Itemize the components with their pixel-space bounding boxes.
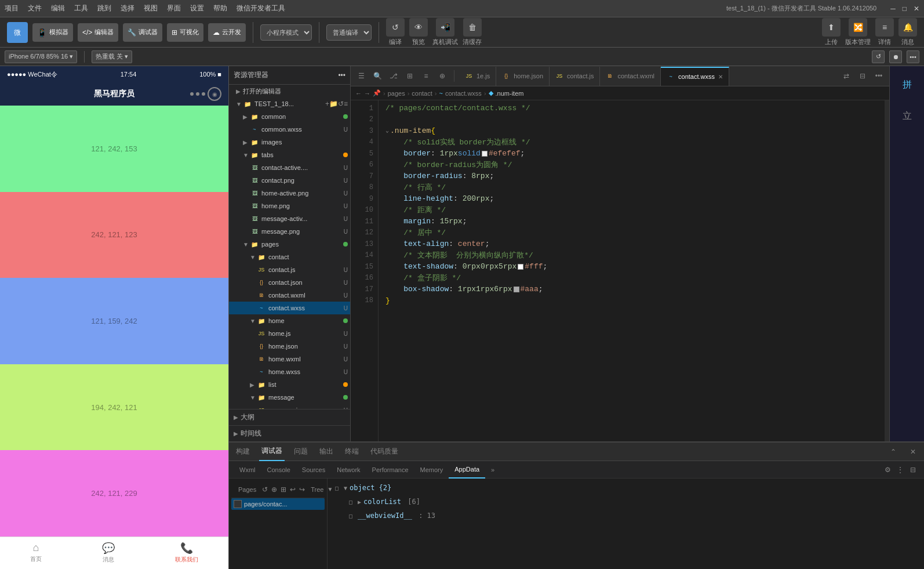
console-tab[interactable]: Console — [261, 461, 296, 479]
tab-close-btn[interactable]: ✕ — [718, 74, 723, 80]
devtools-layout-btn[interactable]: ⊟ — [907, 463, 919, 476]
project-add-btn[interactable]: + — [325, 100, 329, 108]
file-contact-json[interactable]: {} contact.json U — [229, 276, 350, 289]
refresh-btn[interactable]: ↺ — [386, 18, 405, 37]
root-toggle[interactable]: □ — [332, 483, 341, 492]
cloud-btn[interactable]: ☁ 云开发 — [208, 23, 246, 42]
more-tabs-btn[interactable]: » — [485, 461, 500, 479]
et-sync-icon[interactable]: ⇄ — [839, 69, 853, 83]
menu-item-project[interactable]: 项目 — [5, 3, 19, 13]
pages-undo-btn[interactable]: ↩ — [290, 483, 296, 496]
message-btn[interactable]: 🔔 — [898, 18, 917, 37]
code-quality-tab[interactable]: 代码质量 — [368, 443, 401, 461]
menu-item-tools[interactable]: 工具 — [74, 3, 88, 13]
tree-root[interactable]: □ ▼ object {2} — [332, 481, 919, 495]
file-message-active-png[interactable]: 🖼 message-activ... U — [229, 212, 350, 225]
debug-btn[interactable]: 🔧 调试器 — [123, 23, 162, 42]
file-contact-js[interactable]: JS contact.js U — [229, 263, 350, 276]
hot-reload-btn[interactable]: 热重载 关 ▾ — [92, 50, 132, 63]
et-branch-icon[interactable]: ⎇ — [387, 69, 401, 83]
pages-redo-btn[interactable]: ↪ — [299, 483, 305, 496]
file-contact-active-png[interactable]: 🖼 contact-active.... U — [229, 161, 350, 174]
folder-message[interactable]: ▼ 📁 message — [229, 391, 350, 404]
window-close[interactable]: ✕ — [914, 5, 919, 13]
tab-contactwxss[interactable]: ~ contact.wxss ✕ — [661, 67, 729, 86]
page-item-contact[interactable]: pages/contac... — [231, 498, 325, 510]
real-test-btn[interactable]: 📲 — [436, 18, 454, 37]
problems-tab[interactable]: 问题 — [292, 443, 310, 461]
file-home-active-png[interactable]: 🖼 home-active.png U — [229, 187, 350, 200]
upload-btn[interactable]: ⬆ — [822, 18, 841, 37]
build-tab[interactable]: 构建 — [234, 443, 252, 461]
folder-contact[interactable]: ▼ 📁 contact — [229, 251, 350, 263]
folder-pages[interactable]: ▼ 📁 pages — [229, 238, 350, 251]
open-editors-section[interactable]: ▶ 打开的编辑器 — [229, 85, 350, 97]
file-message-js[interactable]: JS message.js U — [229, 404, 350, 409]
window-maximize[interactable]: □ — [903, 5, 907, 13]
et-list-icon[interactable]: ≡ — [419, 69, 433, 83]
bc-back-btn[interactable]: ← — [355, 90, 362, 97]
file-contact-png[interactable]: 🖼 contact.png U — [229, 174, 350, 187]
et-split-icon[interactable]: ⊟ — [856, 69, 870, 83]
file-home-wxml[interactable]: 🗎 home.wxml U — [229, 353, 350, 365]
bottom-expand-btn[interactable]: ⌃ — [887, 445, 900, 458]
sources-tab[interactable]: Sources — [296, 461, 331, 479]
folder-home[interactable]: ▼ 📁 home — [229, 314, 350, 327]
mode-select[interactable]: 小程序模式 — [260, 24, 312, 41]
pages-refresh-btn[interactable]: ↺ — [262, 483, 268, 496]
visual-btn[interactable]: ⊞ 可视化 — [167, 23, 203, 42]
file-message-png[interactable]: 🖼 message.png U — [229, 225, 350, 238]
bc-contact[interactable]: contact — [412, 90, 432, 97]
right-btn-2[interactable]: 立 — [893, 102, 921, 130]
menu-item-interface[interactable]: 界面 — [167, 3, 181, 13]
file-home-json[interactable]: {} home.json U — [229, 340, 350, 353]
tab-contactwxml[interactable]: 🗎 contact.wxml — [600, 67, 661, 86]
et-add-icon[interactable]: ⊕ — [435, 69, 449, 83]
et-more-icon[interactable]: ••• — [872, 69, 886, 83]
window-minimize[interactable]: ─ — [890, 5, 896, 13]
tab-contactjs[interactable]: JS contact.js — [550, 67, 600, 86]
timeline-section[interactable]: ▶ 时间线 — [229, 425, 350, 441]
file-home-wxss[interactable]: ~ home.wxss U — [229, 365, 350, 378]
menu-item-select[interactable]: 选择 — [121, 3, 134, 13]
folder-common[interactable]: ▶ 📁 common — [229, 110, 350, 123]
right-btn-1[interactable]: 拼 — [893, 71, 921, 99]
clear-btn[interactable]: 🗑 — [463, 18, 482, 37]
file-common-wxss[interactable]: ~ common.wxss U — [229, 123, 350, 136]
editor-btn[interactable]: </> 编辑器 — [78, 23, 118, 42]
bc-forward-btn[interactable]: → — [364, 90, 370, 97]
phone-tab-contact[interactable]: 📞 联系我们 — [175, 542, 198, 567]
output-tab[interactable]: 输出 — [317, 443, 336, 461]
devtools-more-btn[interactable]: ⋮ — [894, 463, 907, 476]
project-new-folder-btn[interactable]: 📁 — [329, 100, 338, 108]
code-area[interactable]: 1 2 3 4 5 6 7 8 9 10 11 12 13 14 — [351, 100, 889, 441]
tree-webviewid[interactable]: □ __webviewId__ : 13 — [332, 509, 919, 523]
debugger-tab[interactable]: 调试器 — [259, 443, 285, 461]
menu-item-wechat[interactable]: 微信开发者工具 — [237, 3, 285, 13]
bc-contact-wxss[interactable]: contact.wxss — [445, 90, 482, 97]
file-contact-wxml[interactable]: 🗎 contact.wxml U — [229, 289, 350, 302]
bc-pin-btn[interactable]: 📌 — [373, 89, 381, 97]
menu-item-help[interactable]: 帮助 — [213, 3, 227, 13]
detail-btn[interactable]: ≡ — [875, 18, 894, 37]
webviewid-toggle[interactable]: □ — [346, 511, 355, 520]
file-home-js[interactable]: JS home.js U — [229, 327, 350, 340]
simulator-btn[interactable]: 📱 模拟器 — [32, 23, 73, 42]
folder-images[interactable]: ▶ 📁 images — [229, 136, 350, 148]
folder-tabs[interactable]: ▼ 📁 tabs — [229, 148, 350, 161]
bc-pages[interactable]: pages — [388, 90, 405, 97]
outline-section[interactable]: ▶ 大纲 — [229, 409, 350, 425]
pages-add2-btn[interactable]: ⊞ — [281, 483, 286, 496]
refresh-device-btn[interactable]: ↺ — [872, 50, 885, 63]
terminal-tab[interactable]: 终端 — [343, 443, 361, 461]
version-btn[interactable]: 🔀 — [849, 18, 867, 37]
editor-scrollbar[interactable] — [885, 100, 889, 441]
file-contact-wxss[interactable]: ~ contact.wxss U — [229, 302, 350, 314]
code-editor-content[interactable]: /* pages/contact/contact.wxss */ ⌄.num-i… — [379, 100, 885, 441]
device-selector-btn[interactable]: iPhone 6/7/8 85% 16 ▾ — [5, 50, 77, 63]
tab-homejson[interactable]: {} home.json — [496, 67, 550, 86]
project-root[interactable]: ▼ 📁 TEST_1_18... + 📁 ↺ ≡ — [229, 97, 350, 110]
tab-1ejs[interactable]: JS 1e.js — [459, 67, 496, 86]
more-btn[interactable]: ••• — [907, 50, 919, 63]
colorlist-toggle[interactable]: □ — [346, 497, 355, 506]
